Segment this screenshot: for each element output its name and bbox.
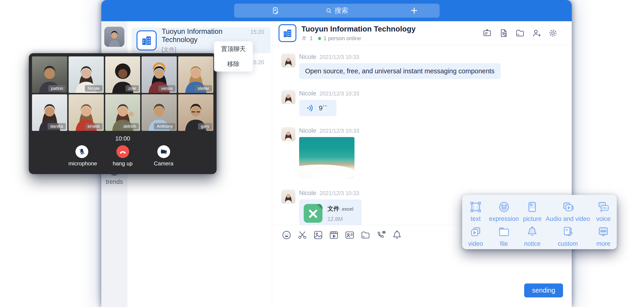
participant-name: ernest bbox=[85, 123, 102, 129]
sender-avatar[interactable] bbox=[281, 190, 296, 204]
message-time: 2021/12/3 10:33 bbox=[320, 90, 359, 97]
participant-name: danika bbox=[48, 123, 66, 129]
attach-item-audio-video[interactable]: Audio and video bbox=[546, 200, 590, 223]
expression-smiley-icon bbox=[498, 200, 511, 214]
video-tile[interactable]: Anthony bbox=[142, 94, 177, 131]
video-tile[interactable]: gary bbox=[178, 94, 213, 131]
notes-icon[interactable] bbox=[271, 6, 280, 15]
chat-history-search-icon[interactable] bbox=[498, 28, 508, 38]
video-tile[interactable]: zoie bbox=[105, 56, 140, 93]
contact-card-icon[interactable] bbox=[344, 230, 355, 240]
online-dot bbox=[318, 37, 321, 40]
video-call-icon[interactable] bbox=[376, 230, 386, 240]
participant-name: Anthony bbox=[154, 123, 176, 129]
participant-name: patton bbox=[48, 85, 66, 92]
attach-item-more[interactable]: more bbox=[590, 225, 617, 247]
online-status: 1 person online bbox=[323, 35, 361, 41]
attach-item-file[interactable]: file bbox=[489, 225, 519, 247]
camera-off-button[interactable] bbox=[157, 145, 170, 158]
sender-name: Nicole bbox=[299, 90, 316, 97]
sender-name: Nicole bbox=[299, 53, 316, 60]
add-button[interactable]: + bbox=[411, 4, 418, 17]
image-icon[interactable] bbox=[313, 230, 323, 240]
video-clip-icon[interactable] bbox=[329, 230, 339, 240]
attach-item-notice[interactable]: notice bbox=[519, 225, 546, 247]
microphone-label: microphone bbox=[68, 160, 95, 167]
search-icon bbox=[326, 7, 332, 14]
video-tile[interactable]: ernest bbox=[68, 94, 104, 131]
text-message-bubble[interactable]: Open source, free, and universal instant… bbox=[299, 63, 500, 79]
chat-header: Tuoyun Information Technology 1 1 person… bbox=[272, 21, 572, 45]
voice-duration: 9`` bbox=[319, 104, 327, 112]
camera-label: Camera bbox=[150, 160, 177, 167]
top-bar: 搜索 + bbox=[101, 0, 572, 21]
text-frame-icon bbox=[469, 200, 482, 214]
menu-item-remove[interactable]: 移除 bbox=[214, 56, 253, 71]
hang-up-button[interactable] bbox=[116, 145, 129, 158]
file-folder-icon[interactable] bbox=[360, 230, 371, 240]
video-tile[interactable]: venus bbox=[142, 56, 177, 93]
file-extension: .excel bbox=[341, 206, 353, 212]
menu-item-pin-chat[interactable]: 置顶聊天 bbox=[214, 41, 253, 56]
video-tile[interactable]: danika bbox=[32, 94, 67, 131]
participant-name: Nicole bbox=[85, 85, 102, 92]
search-placeholder: 搜索 bbox=[334, 6, 348, 15]
video-tile[interactable]: patton bbox=[32, 56, 67, 93]
folder-icon[interactable] bbox=[515, 28, 525, 38]
sender-avatar[interactable] bbox=[281, 127, 296, 141]
chat-title: Tuoyun Information Technology bbox=[302, 25, 482, 33]
search-bar[interactable]: 搜索 + bbox=[234, 4, 440, 17]
file-message-bubble[interactable]: 文件.excel 12.8M bbox=[299, 199, 362, 225]
microphone-mute-button[interactable] bbox=[76, 145, 88, 158]
settings-gear-icon[interactable] bbox=[548, 28, 558, 38]
call-controls: microphone hang up Camera bbox=[32, 145, 213, 167]
search-field[interactable]: 搜索 bbox=[326, 6, 348, 15]
video-tile[interactable]: Nicole bbox=[68, 56, 104, 93]
trends-label: trends bbox=[101, 178, 128, 186]
excel-file-icon bbox=[304, 204, 322, 223]
participant-name: aldrich bbox=[120, 123, 139, 129]
sender-avatar[interactable] bbox=[281, 53, 296, 68]
call-timer: 10:00 bbox=[32, 135, 213, 142]
sender-avatar[interactable] bbox=[281, 90, 296, 104]
group-avatar-icon bbox=[136, 30, 157, 50]
add-member-icon[interactable] bbox=[532, 28, 542, 38]
announcement-icon[interactable] bbox=[482, 28, 492, 38]
participant-name: gary bbox=[198, 123, 212, 129]
attach-item-expression[interactable]: expression bbox=[489, 200, 519, 223]
sender-name: Nicole bbox=[299, 127, 316, 134]
message-voice: Nicole 2021/12/3 10:33 9`` bbox=[281, 90, 572, 116]
attach-item-voice[interactable]: voice bbox=[590, 200, 617, 223]
video-call-panel: patton Nicole zoie venus stellar dan bbox=[29, 53, 216, 174]
attach-item-custom[interactable]: custom bbox=[546, 225, 590, 247]
attach-item-video[interactable]: video bbox=[462, 225, 489, 247]
chat-main: Tuoyun Information Technology 1 1 person… bbox=[272, 21, 572, 307]
video-grid: patton Nicole zoie venus stellar dan bbox=[32, 56, 213, 131]
voice-bubble-icon bbox=[597, 200, 610, 214]
screenshot-scissors-icon[interactable] bbox=[297, 230, 308, 240]
message-time: 2021/12/3 10:33 bbox=[320, 128, 359, 134]
notice-bell-icon bbox=[526, 225, 539, 239]
image-message-beach-photo[interactable] bbox=[299, 137, 354, 179]
audio-video-icon bbox=[561, 200, 574, 214]
group-avatar-icon[interactable] bbox=[278, 24, 296, 42]
conversation-context-menu: 置顶聊天 移除 bbox=[214, 41, 253, 71]
attach-item-text[interactable]: text bbox=[462, 200, 489, 223]
attachment-panel: text expression picture Audio and video … bbox=[462, 195, 617, 249]
video-tile[interactable]: aldrich bbox=[105, 94, 140, 131]
video-icon bbox=[469, 225, 482, 239]
emoji-icon[interactable] bbox=[281, 230, 292, 240]
members-icon bbox=[302, 35, 307, 41]
message-text: Nicole 2021/12/3 10:33 Open source, free… bbox=[281, 53, 572, 79]
custom-document-pencil-icon bbox=[561, 225, 574, 239]
video-tile[interactable]: stellar bbox=[178, 56, 213, 93]
attach-item-picture[interactable]: picture bbox=[519, 200, 546, 223]
conversation-time: 15:20 bbox=[250, 29, 264, 35]
member-count: 1 bbox=[310, 35, 312, 41]
notification-bell-icon[interactable] bbox=[392, 230, 402, 240]
page-background: 搜索 + trends bbox=[0, 0, 644, 307]
my-avatar[interactable] bbox=[104, 27, 124, 47]
chat-header-titles: Tuoyun Information Technology 1 1 person… bbox=[302, 25, 482, 41]
voice-message-bubble[interactable]: 9`` bbox=[299, 100, 336, 116]
send-button[interactable]: sending bbox=[524, 284, 563, 298]
